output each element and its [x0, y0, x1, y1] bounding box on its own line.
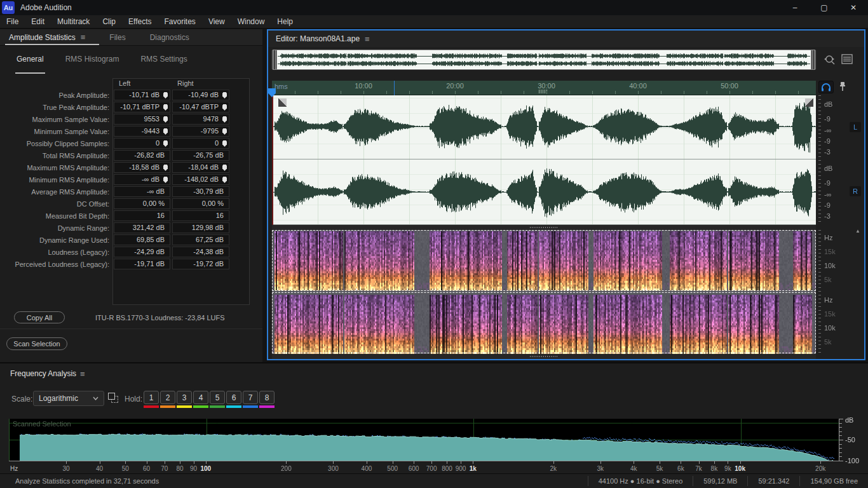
sample-locator-pin-icon[interactable] — [222, 140, 227, 147]
sample-locator-pin-icon[interactable] — [222, 177, 227, 183]
menu-edit[interactable]: Edit — [25, 15, 51, 28]
freq-ytick-label: -50 — [845, 436, 855, 444]
freq-xtick-label-8k: 8k — [711, 465, 718, 472]
sample-locator-pin-icon[interactable] — [222, 165, 227, 171]
frequency-canvas[interactable] — [10, 419, 839, 461]
menu-clip[interactable]: Clip — [96, 15, 122, 28]
hold-button-5[interactable]: 5 — [210, 391, 225, 408]
freq-xtick-label-10k: 10k — [735, 465, 745, 472]
monitor-toggle[interactable] — [818, 81, 834, 93]
file-overview-strip[interactable] — [272, 50, 816, 70]
stat-row-label: Perceived Loudness (Legacy): — [0, 259, 109, 271]
hold-button-8[interactable]: 8 — [259, 391, 275, 408]
hold-button-face[interactable]: 2 — [160, 391, 175, 404]
sample-locator-pin-icon[interactable] — [163, 104, 168, 111]
panel-tab-diagnostics[interactable]: Diagnostics — [146, 29, 193, 45]
frequency-graph[interactable] — [9, 419, 839, 461]
hold-color-strip — [259, 405, 275, 408]
menu-file[interactable]: File — [0, 15, 25, 28]
hold-button-face[interactable]: 7 — [243, 391, 258, 404]
sample-locator-pin-icon[interactable] — [222, 104, 227, 111]
panel-menu-icon[interactable]: ≡ — [365, 34, 370, 44]
ruler-tick — [524, 91, 524, 94]
hz-scale-label: 10k — [824, 262, 836, 269]
menu-favorites[interactable]: Favorites — [158, 15, 202, 28]
spectral-display[interactable] — [272, 230, 816, 354]
freq-ytick — [839, 435, 842, 436]
subtab-rms-settings[interactable]: RMS Settings — [140, 55, 187, 70]
splitter-grip[interactable] — [530, 227, 558, 228]
maximize-button[interactable]: ▢ — [810, 0, 839, 15]
hold-button-1[interactable]: 1 — [144, 391, 159, 408]
panel-tab-files[interactable]: Files — [105, 29, 129, 45]
panel-menu-icon[interactable]: ≡ — [80, 369, 85, 379]
overview-right-handle[interactable] — [811, 50, 816, 70]
sample-locator-pin-icon[interactable] — [163, 165, 168, 171]
subtab-general[interactable]: General — [17, 55, 44, 70]
panel-menu-icon[interactable]: ≡ — [81, 32, 86, 42]
scan-selection-button[interactable]: Scan Selection — [6, 337, 67, 350]
waveform-spectral-splitter[interactable] — [272, 225, 816, 230]
selection-handle-right[interactable] — [805, 98, 813, 107]
hold-button-face[interactable]: 3 — [177, 391, 192, 404]
menu-view[interactable]: View — [202, 15, 231, 28]
channel-badge-L[interactable]: L — [850, 122, 861, 132]
sample-locator-pin-icon[interactable] — [163, 140, 168, 147]
copy-all-button[interactable]: Copy All — [14, 311, 65, 323]
zoom-navigate-icon[interactable] — [824, 53, 836, 66]
selection-handle-left[interactable] — [278, 98, 287, 107]
editor-bottom-splitter[interactable] — [272, 354, 816, 359]
hold-button-6[interactable]: 6 — [226, 391, 241, 408]
close-button[interactable]: ✕ — [839, 0, 868, 15]
hold-button-face[interactable]: 1 — [144, 391, 159, 404]
hold-button-7[interactable]: 7 — [243, 391, 258, 408]
waveform-canvas[interactable] — [272, 95, 816, 225]
hz-scale-label: Hz — [824, 234, 832, 241]
scale-dropdown[interactable]: Logarithmic — [33, 391, 104, 406]
hold-button-face[interactable]: 6 — [226, 391, 241, 404]
sample-locator-pin-icon[interactable] — [222, 92, 227, 98]
hold-button-face[interactable]: 5 — [210, 391, 225, 404]
menu-effects[interactable]: Effects — [122, 15, 158, 28]
timeline-ruler[interactable]: hms 10:0020:0030:0040:0050:00 — [272, 81, 816, 95]
hold-button-face[interactable]: 4 — [193, 391, 208, 404]
freq-ytick — [839, 452, 842, 453]
panel-tab-amplitude-statistics[interactable]: Amplitude Statistics≡ — [5, 29, 89, 45]
pin-icon[interactable] — [838, 81, 847, 93]
sample-locator-pin-icon[interactable] — [222, 116, 227, 123]
column-header-right: Right — [177, 79, 194, 87]
ruler-tick — [295, 91, 295, 94]
waveform-display[interactable] — [272, 95, 816, 225]
hold-button-3[interactable]: 3 — [177, 391, 192, 408]
hold-button-face[interactable]: 8 — [259, 391, 275, 404]
sample-locator-pin-icon[interactable] — [163, 177, 168, 183]
subtab-rms-histogram[interactable]: RMS Histogram — [65, 55, 119, 70]
sample-locator-pin-icon[interactable] — [163, 92, 168, 98]
db-tick-strip — [818, 95, 821, 225]
editor-panel: Editor: Manson08A1.ape ≡ hms 10:0020:003… — [267, 29, 865, 360]
channel-badge-R[interactable]: R — [850, 186, 861, 196]
copy-graph-icon[interactable] — [108, 393, 119, 404]
hold-button-2[interactable]: 2 — [160, 391, 175, 408]
db-scale-label: -∞ — [824, 126, 832, 134]
menu-help[interactable]: Help — [271, 15, 299, 28]
spectrogram-canvas[interactable] — [272, 230, 816, 354]
splitter-grip[interactable] — [530, 356, 558, 357]
hold-button-4[interactable]: 4 — [193, 391, 208, 408]
sample-locator-pin-icon[interactable] — [163, 128, 168, 135]
minimize-button[interactable]: – — [780, 0, 810, 15]
collapse-arrow-icon[interactable]: ▲ — [855, 228, 860, 234]
display-settings-icon[interactable] — [841, 53, 853, 65]
overview-left-handle[interactable] — [272, 50, 277, 70]
stat-value-right: -26,75 dB — [172, 150, 229, 161]
menu-multitrack[interactable]: Multitrack — [51, 15, 96, 28]
stat-value-left: -9443 — [114, 126, 170, 137]
freq-xtick — [714, 461, 715, 464]
hold-color-strip — [210, 405, 225, 408]
stat-value-right: -24,38 dB — [172, 247, 229, 257]
freq-xtick-label-2k: 2k — [550, 465, 557, 472]
menu-window[interactable]: Window — [231, 15, 271, 28]
sample-locator-pin-icon[interactable] — [163, 116, 168, 123]
hz-scale-label: 15k — [824, 248, 836, 255]
sample-locator-pin-icon[interactable] — [222, 128, 227, 135]
